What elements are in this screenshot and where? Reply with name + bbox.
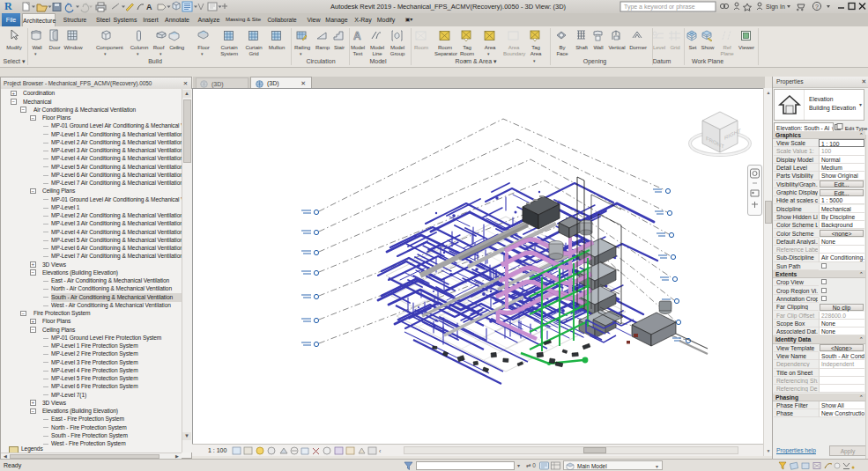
svg-text:Sign In: Sign In <box>766 4 785 11</box>
svg-text:R: R <box>4 0 12 12</box>
svg-text:Autodesk Revit 2019 - Mechanic: Autodesk Revit 2019 - Mechanical_FPS_ACM… <box>330 3 567 11</box>
svg-text:A: A <box>146 3 152 11</box>
svg-text:?: ? <box>815 4 819 10</box>
svg-text:‹: ‹ <box>379 448 382 454</box>
svg-text:A: A <box>353 30 361 42</box>
svg-text:Type a keyword or phrase: Type a keyword or phrase <box>624 4 695 11</box>
